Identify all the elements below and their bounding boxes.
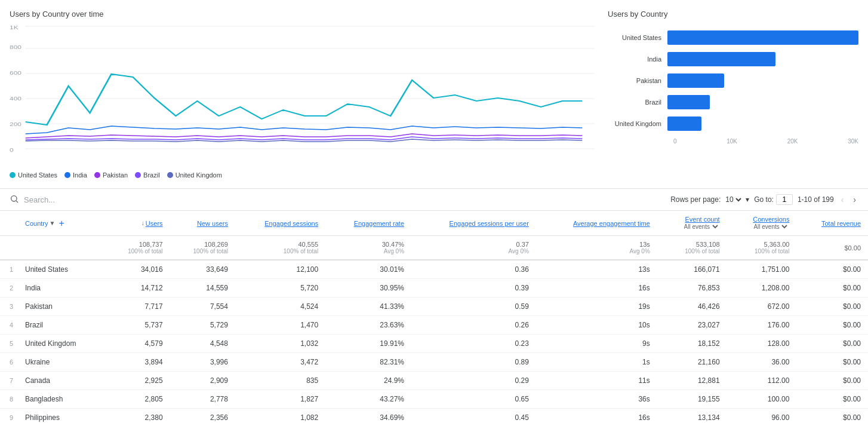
table-section: Rows per page: 10 25 50 ▾ Go to: 1-10 of… (0, 189, 868, 423)
col-engaged-per-user[interactable]: Engaged sessions per user (411, 211, 536, 236)
table-row: 6 Ukraine 3,894 3,996 3,472 82.31% 0.89 … (0, 353, 868, 372)
total-users-sub: 100% of total (112, 248, 162, 255)
table-row: 1 United States 34,016 33,649 12,100 30.… (0, 260, 868, 279)
total-users: 108,737 (139, 241, 163, 248)
col-conversions[interactable]: Conversions All events (727, 211, 797, 236)
table-row: 4 Brazil 5,737 5,729 1,470 23.63% 0.26 1… (0, 316, 868, 335)
bar-row-us: United States (608, 30, 858, 45)
col-event-count-label: Event count (685, 216, 720, 223)
total-avg-engagement-sub: Avg 0% (543, 248, 650, 255)
table-row: 8 Bangladesh 2,805 2,778 1,827 43.27% 0.… (0, 390, 868, 409)
total-new-users: 108,269 (204, 241, 228, 248)
total-engaged-sessions-sub: 100% of total (242, 248, 318, 255)
total-avg-engagement: 13s (639, 241, 650, 248)
search-icon (10, 194, 19, 206)
svg-text:0: 0 (10, 147, 14, 153)
sort-icon-users: ↓ (141, 220, 144, 226)
legend-label-uk: United Kingdom (176, 171, 222, 179)
total-engagement-rate-sub: Avg 0% (333, 248, 404, 255)
sort-arrow-icon: ▼ (50, 220, 56, 226)
legend-item-pakistan: Pakistan (94, 171, 128, 179)
conversions-filter[interactable]: All events (751, 223, 789, 231)
bar-row-india: India (608, 52, 858, 66)
legend-dot-brazil (135, 172, 141, 178)
svg-line-29 (16, 201, 18, 203)
total-event-count-sub: 100% of total (664, 248, 720, 255)
table-row: 3 Pakistan 7,717 7,554 4,524 41.33% 0.59… (0, 298, 868, 316)
rows-per-page-select[interactable]: 10 25 50 (723, 195, 743, 204)
col-new-users[interactable]: New users (170, 211, 235, 236)
col-num (0, 211, 18, 236)
bar-chart-section: Users by Country United States India Pak… (608, 10, 858, 179)
svg-text:800: 800 (10, 44, 21, 50)
rows-per-page: Rows per page: 10 25 50 ▾ (670, 195, 749, 204)
total-new-users-sub: 100% of total (177, 248, 228, 255)
total-engaged-per-user-sub: Avg 0% (418, 248, 529, 255)
legend-label-brazil: Brazil (143, 171, 160, 179)
svg-text:1K: 1K (10, 24, 19, 30)
search-input[interactable] (24, 195, 143, 204)
col-new-users-label: New users (197, 220, 228, 227)
line-chart-section: Users by Country over time 0 200 400 600… (10, 10, 598, 179)
col-users[interactable]: ↓ Users (104, 211, 170, 236)
prev-page-button[interactable]: ‹ (839, 194, 847, 206)
pagination: Rows per page: 10 25 50 ▾ Go to: 1-10 of… (670, 194, 858, 206)
table-row: 5 United Kingdom 4,579 4,548 1,032 19.91… (0, 335, 868, 353)
col-total-revenue[interactable]: Total revenue (796, 211, 868, 236)
data-table: Country ▼ + ↓ Users New users Engaged se… (0, 211, 868, 423)
col-country[interactable]: Country ▼ + (18, 211, 104, 236)
total-engaged-per-user: 0.37 (516, 241, 528, 248)
bar-row-pakistan: Pakistan (608, 73, 858, 88)
legend-label-us: United States (18, 171, 57, 179)
legend-dot-india (64, 172, 70, 178)
add-dimension-button[interactable]: + (56, 218, 66, 229)
col-total-revenue-label: Total revenue (821, 220, 861, 227)
line-chart-title: Users by Country over time (10, 10, 598, 19)
col-avg-engagement-label: Average engagement time (573, 220, 650, 227)
total-engagement-rate: 30.47% (382, 241, 404, 248)
legend-label-pakistan: Pakistan (103, 171, 128, 179)
totals-row: 108,737 100% of total 108,269 100% of to… (0, 236, 868, 260)
col-country-label: Country (25, 220, 48, 227)
total-engaged-sessions: 40,555 (298, 241, 319, 248)
svg-text:400: 400 (10, 96, 21, 102)
bar-row-brazil: Brazil (608, 95, 858, 109)
goto-section: Go to: (754, 194, 793, 205)
line-chart: 0 200 400 600 800 1K (10, 23, 598, 167)
table-row: 2 India 14,712 14,559 5,720 30.95% 0.39 … (0, 279, 868, 298)
event-count-filter[interactable]: All events (682, 223, 720, 231)
col-engaged-per-user-label: Engaged sessions per user (450, 220, 529, 227)
col-engaged-sessions[interactable]: Engaged sessions (235, 211, 325, 236)
col-users-label: Users (146, 220, 163, 227)
bar-label-pakistan: Pakistan (608, 77, 667, 84)
total-conversions-sub: 100% of total (734, 248, 790, 255)
total-conversions: 5,363.00 (764, 241, 790, 248)
legend-dot-pakistan (94, 172, 100, 178)
goto-input[interactable] (776, 194, 793, 205)
table-row: 9 Philippines 2,380 2,356 1,082 34.69% 0… (0, 409, 868, 424)
page-range: 1-10 of 199 (798, 195, 834, 204)
search-left (10, 194, 143, 206)
svg-point-28 (11, 195, 17, 201)
bar-label-india: India (608, 56, 667, 63)
col-engagement-rate[interactable]: Engagement rate (325, 211, 411, 236)
col-avg-engagement[interactable]: Average engagement time (536, 211, 657, 236)
col-engagement-rate-label: Engagement rate (354, 220, 404, 227)
legend-item-us: United States (10, 171, 57, 179)
legend-item-uk: United Kingdom (167, 171, 222, 179)
col-engaged-sessions-label: Engaged sessions (264, 220, 318, 227)
total-revenue: $0.00 (844, 244, 861, 252)
bar-chart-title: Users by Country (608, 10, 858, 19)
svg-text:600: 600 (10, 70, 21, 76)
table-row: 7 Canada 2,925 2,909 835 24.9% 0.29 11s … (0, 372, 868, 390)
total-event-count: 533,108 (696, 241, 720, 248)
rows-per-page-label: Rows per page: (670, 195, 721, 204)
col-conversions-label: Conversions (753, 216, 789, 223)
next-page-button[interactable]: › (851, 194, 858, 206)
legend-dot-uk (167, 172, 173, 178)
bar-label-us: United States (608, 34, 667, 41)
col-event-count[interactable]: Event count All events (657, 211, 727, 236)
chevron-down-icon: ▾ (746, 195, 749, 204)
bar-row-uk: United Kingdom (608, 117, 858, 131)
goto-label: Go to: (754, 195, 774, 204)
